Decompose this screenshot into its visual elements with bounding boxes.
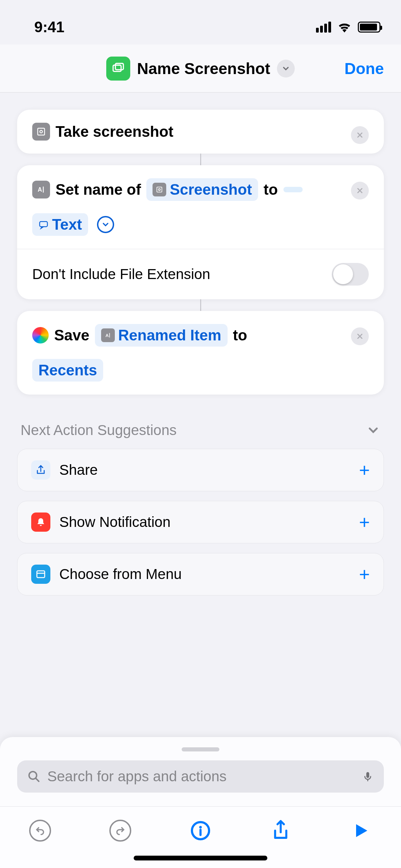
action-mid: to bbox=[264, 181, 278, 198]
run-button[interactable] bbox=[347, 817, 375, 844]
svg-rect-6 bbox=[157, 187, 162, 192]
album-recents[interactable]: Recents bbox=[32, 359, 103, 382]
add-suggestion-button[interactable]: + bbox=[359, 459, 370, 481]
album-label: Recents bbox=[38, 362, 97, 379]
variable-label: Screenshot bbox=[170, 181, 252, 198]
done-button[interactable]: Done bbox=[344, 59, 384, 78]
suggestions-header[interactable]: Next Action Suggestions bbox=[21, 422, 380, 438]
screenshot-icon bbox=[32, 123, 50, 141]
undo-button[interactable] bbox=[26, 817, 54, 844]
status-indicators bbox=[316, 22, 380, 33]
search-sheet[interactable]: Search for apps and actions bbox=[0, 737, 401, 806]
share-button[interactable] bbox=[267, 817, 294, 844]
sheet-grabber[interactable] bbox=[182, 747, 219, 751]
microphone-icon[interactable] bbox=[362, 769, 374, 784]
header-menu-button[interactable] bbox=[277, 60, 295, 77]
variable-text[interactable]: Text bbox=[32, 213, 88, 236]
variable-label: Renamed Item bbox=[118, 327, 221, 344]
svg-text:A: A bbox=[105, 333, 108, 338]
suggestion-label: Choose from Menu bbox=[59, 566, 182, 582]
name-value-field[interactable] bbox=[283, 187, 303, 192]
action-prefix: Save bbox=[54, 327, 89, 344]
action-title: Take screenshot bbox=[56, 123, 173, 140]
wifi-icon bbox=[337, 22, 352, 33]
menu-icon bbox=[31, 565, 50, 584]
rename-icon: A bbox=[101, 328, 115, 342]
add-suggestion-button[interactable]: + bbox=[359, 511, 370, 533]
redo-button[interactable] bbox=[107, 817, 134, 844]
suggestion-show-notification[interactable]: Show Notification + bbox=[17, 501, 384, 543]
file-extension-toggle[interactable] bbox=[332, 263, 369, 286]
text-bubble-icon bbox=[38, 219, 49, 230]
variable-screenshot[interactable]: Screenshot bbox=[146, 178, 258, 201]
svg-point-7 bbox=[159, 189, 161, 191]
svg-point-17 bbox=[199, 826, 202, 829]
suggestion-choose-from-menu[interactable]: Choose from Menu + bbox=[17, 553, 384, 595]
svg-rect-2 bbox=[38, 128, 45, 135]
svg-point-3 bbox=[40, 130, 42, 133]
share-icon bbox=[31, 460, 50, 480]
battery-icon bbox=[358, 22, 380, 33]
rename-icon: A bbox=[32, 181, 50, 198]
action-prefix: Set name of bbox=[56, 181, 141, 198]
add-suggestion-button[interactable]: + bbox=[359, 564, 370, 585]
delete-action-button[interactable] bbox=[351, 327, 369, 345]
screenshot-icon bbox=[153, 183, 166, 196]
suggestions-title: Next Action Suggestions bbox=[21, 422, 177, 438]
connector bbox=[200, 299, 201, 311]
svg-rect-8 bbox=[40, 221, 48, 227]
delete-action-button[interactable] bbox=[351, 126, 369, 144]
action-save-to-photos[interactable]: Save A Renamed Item to Recents bbox=[17, 311, 384, 395]
search-field[interactable]: Search for apps and actions bbox=[17, 760, 384, 793]
expand-options-button[interactable] bbox=[97, 216, 114, 233]
svg-rect-1 bbox=[115, 63, 123, 70]
delete-action-button[interactable] bbox=[351, 182, 369, 200]
search-placeholder: Search for apps and actions bbox=[47, 768, 227, 785]
svg-rect-0 bbox=[113, 65, 121, 71]
option-file-extension-row: Don't Include File Extension bbox=[17, 249, 384, 299]
status-time: 9:41 bbox=[34, 19, 64, 36]
action-take-screenshot[interactable]: Take screenshot bbox=[17, 110, 384, 154]
variable-label: Text bbox=[52, 216, 82, 233]
svg-text:A: A bbox=[38, 186, 42, 193]
suggestion-share[interactable]: Share + bbox=[17, 449, 384, 491]
cellular-icon bbox=[316, 22, 331, 33]
notification-icon bbox=[31, 513, 50, 532]
shortcut-title[interactable]: Name Screenshot bbox=[137, 59, 270, 78]
status-bar: 9:41 bbox=[0, 0, 401, 45]
suggestion-label: Share bbox=[59, 462, 98, 478]
photos-app-icon bbox=[32, 327, 49, 343]
svg-rect-11 bbox=[37, 571, 45, 578]
home-indicator bbox=[134, 856, 267, 860]
action-mid: to bbox=[233, 327, 247, 344]
svg-line-14 bbox=[36, 778, 39, 782]
info-button[interactable] bbox=[187, 817, 214, 844]
shortcut-app-icon bbox=[106, 57, 130, 81]
action-set-name[interactable]: A Set name of Screenshot to Text bbox=[17, 165, 384, 299]
option-label: Don't Include File Extension bbox=[32, 266, 210, 282]
connector bbox=[200, 154, 201, 165]
variable-renamed-item[interactable]: A Renamed Item bbox=[95, 324, 228, 347]
chevron-down-icon bbox=[366, 423, 380, 437]
suggestion-label: Show Notification bbox=[59, 514, 171, 530]
svg-rect-15 bbox=[366, 772, 369, 778]
header: Name Screenshot Done bbox=[0, 45, 401, 93]
search-icon bbox=[27, 770, 40, 783]
